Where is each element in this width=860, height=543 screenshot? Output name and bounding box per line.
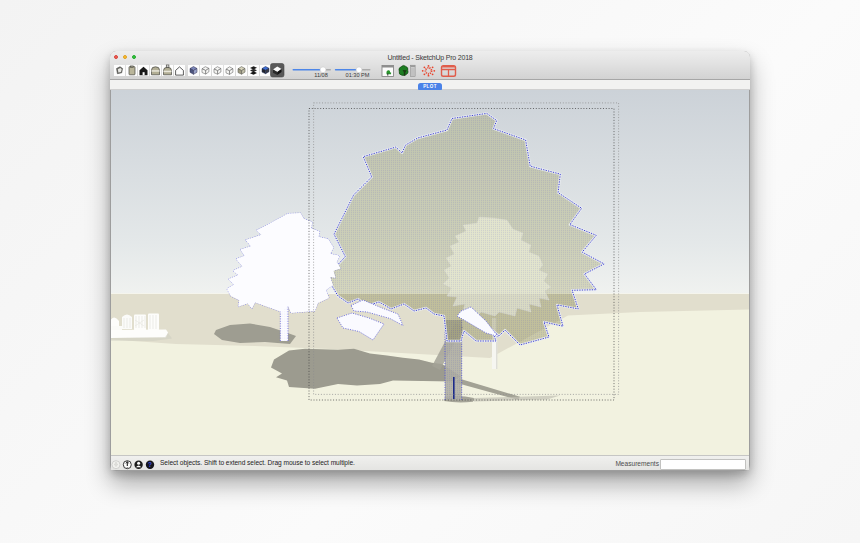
svg-text:?: ? bbox=[148, 461, 152, 468]
svg-text:01:30 PM: 01:30 PM bbox=[346, 72, 370, 78]
svg-text:11/08: 11/08 bbox=[314, 72, 328, 78]
